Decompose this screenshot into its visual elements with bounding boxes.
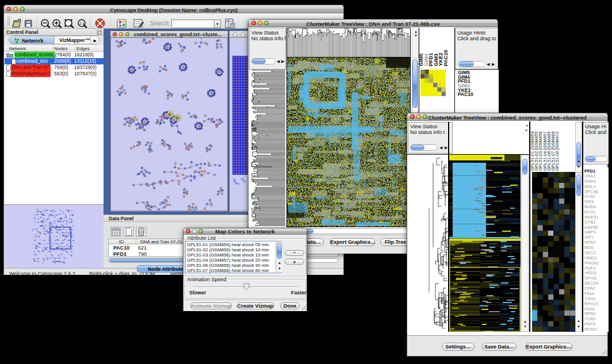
svg-text:NTR2: NTR2 [584, 240, 596, 245]
svg-text:PHO81: PHO81 [584, 260, 599, 266]
svg-text:CLN1: CLN1 [584, 194, 595, 199]
svg-text:RNR4: RNR4 [584, 179, 596, 184]
svg-text:ELG1: ELG1 [584, 209, 595, 214]
svg-text:VIP1: VIP1 [584, 235, 594, 240]
svg-text:PEP5: PEP5 [584, 321, 595, 327]
svg-text:NIS1: NIS1 [584, 199, 594, 204]
svg-text:KAP95: KAP95 [584, 225, 598, 230]
svg-text:RPN1: RPN1 [584, 311, 596, 316]
svg-text:RPO21: RPO21 [584, 301, 599, 306]
svg-text:CPA2: CPA2 [584, 286, 595, 291]
svg-text:Search:: Search: [150, 20, 170, 26]
svg-text:MON2: MON2 [584, 327, 597, 332]
svg-text:HMG1: HMG1 [584, 255, 597, 260]
svg-text:HRD3: HRD3 [584, 270, 596, 275]
svg-text:MSI1: MSI1 [584, 245, 595, 250]
svg-text:PAC10: PAC10 [458, 91, 473, 97]
svg-text:GPL51-08 (GSM872: GPL51-08 (GSM872 [554, 132, 560, 171]
svg-text:PAN1: PAN1 [584, 306, 595, 312]
svg-text:SEC1: SEC1 [584, 250, 596, 255]
svg-text:1:1: 1:1 [79, 22, 85, 25]
svg-text:YRA1: YRA1 [584, 174, 596, 179]
svg-text:GTB1: GTB1 [584, 220, 596, 225]
svg-text:MSL1: MSL1 [584, 184, 596, 189]
svg-text:PAC10: PAC10 [443, 50, 449, 66]
svg-text:GPI16: GPI16 [584, 275, 596, 281]
svg-text:HAP3: HAP3 [584, 229, 596, 235]
svg-text:FIG4: FIG4 [584, 291, 594, 296]
svg-text:PUF3: PUF3 [584, 266, 595, 271]
svg-text:SEC24: SEC24 [584, 281, 598, 286]
svg-text:SPC98: SPC98 [584, 189, 598, 194]
svg-text:PFD1: PFD1 [584, 168, 595, 174]
svg-text:YSH1: YSH1 [584, 296, 596, 301]
svg-text:MAK31: MAK31 [584, 214, 599, 220]
svg-text:TCB3: TCB3 [584, 316, 595, 321]
svg-text:BUD4: BUD4 [584, 204, 596, 209]
